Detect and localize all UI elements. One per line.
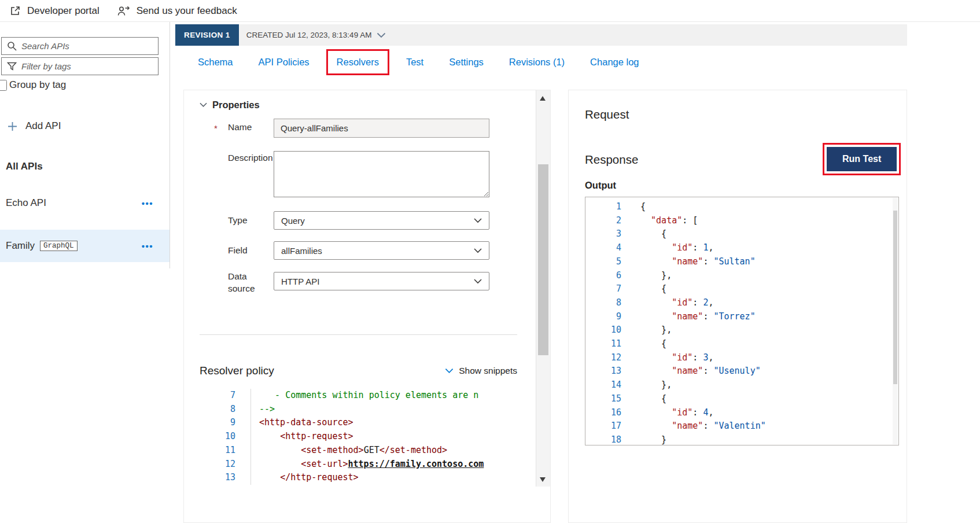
sidebar-divider xyxy=(170,22,170,268)
run-test-highlight: Run Test xyxy=(823,143,901,175)
code-text: "data": [ xyxy=(640,214,698,228)
feedback-link[interactable]: Send us your feedback xyxy=(117,5,237,17)
code-text: { xyxy=(640,337,666,351)
more-options-button[interactable]: ••• xyxy=(142,241,153,251)
line-number: 13 xyxy=(200,471,235,485)
line-number: 11 xyxy=(585,337,621,351)
tab-change-log[interactable]: Change log xyxy=(577,57,651,68)
filter-icon xyxy=(7,61,17,71)
group-by-tag-row: Group by tag xyxy=(0,79,66,91)
line-number: 16 xyxy=(585,406,621,420)
all-apis-heading: All APIs xyxy=(6,161,43,172)
code-line-13: 13 "name": "Usenuly" xyxy=(585,364,891,378)
resolver-policy-title: Resolver policy xyxy=(200,364,274,377)
api-list: Echo API•••FamilyGraphQL••• xyxy=(0,187,170,272)
api-item-family[interactable]: FamilyGraphQL••• xyxy=(0,230,170,262)
type-select[interactable]: Query xyxy=(274,211,489,230)
code-line-10: 10 <http-request> xyxy=(200,430,523,444)
add-api-button[interactable]: Add API xyxy=(7,120,61,132)
revision-tab[interactable]: REVISION 1 xyxy=(175,24,239,46)
chevron-down-icon xyxy=(474,218,482,223)
code-line-10: 10 }, xyxy=(585,323,891,337)
line-number: 7 xyxy=(585,282,621,296)
test-panel: Request Response Run Test Output 1{2 "da… xyxy=(568,90,907,523)
chevron-down-icon xyxy=(474,248,482,253)
search-apis-input[interactable] xyxy=(21,41,153,51)
description-textarea[interactable] xyxy=(274,151,489,197)
scrollbar-thumb[interactable] xyxy=(538,164,548,355)
search-icon xyxy=(7,41,17,51)
tab-revisions-1[interactable]: Revisions (1) xyxy=(496,57,577,68)
data-source-label: Data source xyxy=(228,271,261,295)
tab-settings[interactable]: Settings xyxy=(436,57,496,68)
topbar: Developer portal Send us your feedback xyxy=(0,0,980,22)
tab-schema[interactable]: Schema xyxy=(185,57,246,68)
search-apis-box[interactable] xyxy=(1,37,159,55)
code-text: --> xyxy=(250,403,275,417)
code-line-8: 8 "id": 2, xyxy=(585,296,891,310)
code-text: <http-request> xyxy=(250,430,353,444)
code-line-7: 7 - Comments within policy elements are … xyxy=(200,389,523,403)
code-text: <set-method>GET</set-method> xyxy=(250,444,447,458)
line-number: 6 xyxy=(585,269,621,283)
line-number: 13 xyxy=(585,364,621,378)
code-text: }, xyxy=(640,323,672,337)
api-item-echo-api[interactable]: Echo API••• xyxy=(0,187,170,219)
properties-section-header[interactable]: Properties xyxy=(200,100,260,111)
output-scrollbar-thumb[interactable] xyxy=(893,211,897,384)
group-by-tag-checkbox[interactable] xyxy=(0,80,7,91)
filter-tags-input[interactable] xyxy=(21,61,153,71)
line-number: 9 xyxy=(585,310,621,324)
field-label: Field xyxy=(228,245,248,256)
graphql-badge: GraphQL xyxy=(40,241,78,251)
code-line-2: 2 "data": [ xyxy=(585,214,891,228)
sidebar: Group by tag Add API All APIs Echo API••… xyxy=(0,22,170,523)
code-line-18: 18 } xyxy=(585,433,891,445)
output-editor[interactable]: 1{2 "data": [3 {4 "id": 1,5 "name": "Sul… xyxy=(585,197,899,445)
line-number: 10 xyxy=(200,430,235,444)
revision-bar: REVISION 1 CREATED Jul 12, 2023, 8:13:49… xyxy=(175,24,907,46)
feedback-label: Send us your feedback xyxy=(137,5,237,17)
line-number: 8 xyxy=(585,296,621,310)
line-number: 3 xyxy=(585,227,621,241)
data-source-select-value: HTTP API xyxy=(281,277,319,286)
more-options-button[interactable]: ••• xyxy=(142,198,153,208)
scroll-up-icon[interactable] xyxy=(540,96,546,101)
tab-resolvers[interactable]: Resolvers xyxy=(326,49,389,75)
developer-portal-link[interactable]: Developer portal xyxy=(9,5,100,17)
developer-portal-label: Developer portal xyxy=(27,5,100,17)
data-source-select[interactable]: HTTP API xyxy=(274,272,489,290)
required-marker: * xyxy=(214,123,218,133)
revision-meta: CREATED Jul 12, 2023, 8:13:49 AM xyxy=(239,24,907,46)
code-text: { xyxy=(640,392,666,406)
properties-scrollbar[interactable] xyxy=(536,90,550,487)
description-label: Description xyxy=(228,153,274,163)
code-line-11: 11 <set-method>GET</set-method> xyxy=(200,444,523,458)
feedback-icon xyxy=(117,5,130,17)
output-label: Output xyxy=(585,180,616,191)
scroll-down-icon[interactable] xyxy=(540,477,546,482)
code-text: } xyxy=(640,433,666,445)
api-name: Family xyxy=(6,240,35,252)
tab-bar: SchemaAPI PoliciesResolversTestSettingsR… xyxy=(185,49,652,75)
output-scrollbar[interactable] xyxy=(893,198,898,444)
tab-test[interactable]: Test xyxy=(393,57,436,68)
code-text: <set-url>https://family.contoso.com xyxy=(250,458,484,472)
filter-tags-box[interactable] xyxy=(1,57,159,75)
field-select[interactable]: allFamilies xyxy=(274,241,489,260)
show-snippets-button[interactable]: Show snippets xyxy=(445,366,517,376)
run-test-button[interactable]: Run Test xyxy=(827,147,897,171)
code-text: "name": "Valentin" xyxy=(640,419,766,433)
line-number: 4 xyxy=(585,241,621,255)
code-text: "name": "Torrez" xyxy=(640,310,756,324)
code-line-5: 5 "name": "Sultan" xyxy=(585,255,891,269)
code-text: { xyxy=(640,282,666,296)
code-text: "id": 3, xyxy=(640,351,713,365)
line-number: 9 xyxy=(200,416,235,430)
tab-api-policies[interactable]: API Policies xyxy=(246,57,322,68)
line-number: 5 xyxy=(585,255,621,269)
chevron-down-icon[interactable] xyxy=(377,32,386,38)
policy-editor[interactable]: 7 - Comments within policy elements are … xyxy=(200,389,523,522)
request-title: Request xyxy=(585,108,629,121)
name-input[interactable] xyxy=(274,119,489,138)
